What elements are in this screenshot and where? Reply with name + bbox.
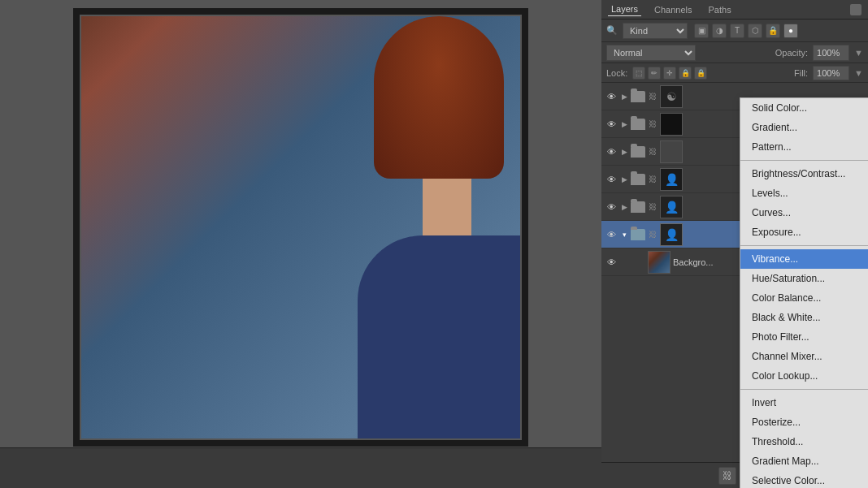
menu-item-posterize[interactable]: Posterize... <box>740 412 868 432</box>
menu-item-invert[interactable]: Invert <box>740 393 868 412</box>
menu-item-curves[interactable]: Curves... <box>740 203 868 222</box>
panel-menu-icon[interactable] <box>850 4 861 15</box>
layer-thumb-bg <box>648 251 671 274</box>
lock-row: Lock: ⬚ ✏ ✛ 🔒 🔒 Fill: ▼ <box>601 63 868 83</box>
eye-icon[interactable]: 👁 <box>605 90 618 103</box>
lock-transparent-btn[interactable]: ⬚ <box>632 67 645 80</box>
chain-icon: ⛓ <box>648 201 658 214</box>
eye-icon[interactable]: 👁 <box>605 173 618 186</box>
filter-adjust-btn[interactable]: ◑ <box>712 24 727 38</box>
menu-item-gradient[interactable]: Gradient... <box>740 118 868 137</box>
expand-icon[interactable]: ▶ <box>620 203 628 211</box>
filter-icons: ▣ ◑ T ⬡ 🔒 ● <box>694 24 798 38</box>
hair-shape <box>374 16 504 179</box>
link-layers-btn[interactable]: ⛓ <box>718 467 736 485</box>
panel-tabs: Layers Channels Paths <box>601 0 868 19</box>
tab-layers[interactable]: Layers <box>608 2 641 16</box>
expand-icon[interactable]: ▶ <box>620 93 628 101</box>
tab-paths[interactable]: Paths <box>705 3 735 16</box>
opacity-dropdown-icon[interactable]: ▼ <box>854 48 863 58</box>
lock-all-btn[interactable]: 🔒 <box>694 67 707 80</box>
eye-icon[interactable]: 👁 <box>605 256 618 269</box>
layer-thumb: 👤 <box>660 196 683 218</box>
expand-icon[interactable]: ▶ <box>620 148 628 156</box>
expand-icon[interactable]: ▶ <box>620 120 628 128</box>
canvas-area <box>0 0 601 488</box>
layer-thumb: 👤 <box>660 223 683 246</box>
layer-thumb: 👤 <box>660 168 683 191</box>
layer-thumb <box>660 140 683 163</box>
chain-icon: ⛓ <box>648 145 658 158</box>
blend-row: Normal Opacity: ▼ <box>601 42 868 63</box>
filter-type-btn[interactable]: T <box>730 24 744 38</box>
menu-item-pattern[interactable]: Pattern... <box>740 137 868 157</box>
menu-item-channel-mixer[interactable]: Channel Mixer... <box>740 347 868 366</box>
folder-icon <box>631 174 645 185</box>
tab-channels[interactable]: Channels <box>651 3 695 16</box>
folder-icon <box>631 201 645 213</box>
kind-select[interactable]: Kind <box>623 23 688 39</box>
menu-item-brightness[interactable]: Brightness/Contrast... <box>740 164 868 184</box>
lock-icons: ⬚ ✏ ✛ 🔒 🔒 <box>632 67 707 80</box>
lock-label: Lock: <box>606 68 627 78</box>
context-menu: Solid Color... Gradient... Pattern... Br… <box>740 97 868 488</box>
fill-dropdown-icon[interactable]: ▼ <box>854 68 863 78</box>
menu-item-photo-filter[interactable]: Photo Filter... <box>740 327 868 347</box>
filter-toggle-btn[interactable]: ● <box>783 24 798 38</box>
shoulder-shape <box>358 235 520 438</box>
fill-label: Fill: <box>794 68 808 78</box>
menu-item-solid-color[interactable]: Solid Color... <box>740 98 868 118</box>
menu-item-gradient-map[interactable]: Gradient Map... <box>740 451 868 471</box>
folder-icon <box>631 91 645 102</box>
menu-item-hue-saturation[interactable]: Hue/Saturation... <box>740 269 868 288</box>
folder-icon <box>631 146 645 158</box>
folder-icon <box>631 229 645 240</box>
menu-item-levels[interactable]: Levels... <box>740 184 868 203</box>
menu-item-color-lookup[interactable]: Color Lookup... <box>740 366 868 386</box>
menu-divider-3 <box>740 389 868 390</box>
layers-panel: Layers Channels Paths 🔍 Kind ▣ ◑ T ⬡ 🔒 ●… <box>601 0 868 488</box>
menu-item-threshold[interactable]: Threshold... <box>740 432 868 451</box>
lock-position-btn[interactable]: ✛ <box>663 67 676 80</box>
chain-icon: ⛓ <box>648 228 658 241</box>
neck-shape <box>423 179 471 244</box>
lock-artboard-btn[interactable]: 🔒 <box>679 67 692 80</box>
menu-divider-1 <box>740 160 868 161</box>
canvas-image <box>81 16 520 438</box>
menu-item-selective-color[interactable]: Selective Color... <box>740 471 868 488</box>
chain-icon: ⛓ <box>648 173 658 186</box>
lock-paint-btn[interactable]: ✏ <box>648 67 661 80</box>
menu-item-color-balance[interactable]: Color Balance... <box>740 288 868 308</box>
layer-thumb: ☯ <box>660 85 683 108</box>
menu-item-black-white[interactable]: Black & White... <box>740 308 868 327</box>
filter-pixel-btn[interactable]: ▣ <box>694 24 709 38</box>
panel-tab-icons <box>850 4 861 15</box>
opacity-label: Opacity: <box>775 48 808 58</box>
filter-shape-btn[interactable]: ⬡ <box>748 24 762 38</box>
eye-icon[interactable]: 👁 <box>605 201 618 214</box>
eye-icon[interactable]: 👁 <box>605 118 618 131</box>
layer-thumb <box>660 113 683 136</box>
filter-smart-btn[interactable]: 🔒 <box>766 24 780 38</box>
blend-mode-select[interactable]: Normal <box>606 45 696 61</box>
filter-label: 🔍 <box>606 25 618 36</box>
canvas-bottom-bar <box>0 447 601 488</box>
expand-icon[interactable]: ▾ <box>620 231 628 239</box>
menu-item-exposure[interactable]: Exposure... <box>740 222 868 242</box>
filter-row: 🔍 Kind ▣ ◑ T ⬡ 🔒 ● <box>601 19 868 42</box>
menu-item-vibrance[interactable]: Vibrance... <box>740 249 868 269</box>
opacity-input[interactable] <box>813 45 849 61</box>
chain-icon: ⛓ <box>648 90 658 103</box>
menu-divider-2 <box>740 245 868 246</box>
fill-input[interactable] <box>813 66 849 80</box>
expand-icon[interactable]: ▶ <box>620 175 628 184</box>
chain-icon: ⛓ <box>648 118 658 131</box>
eye-icon[interactable]: 👁 <box>605 145 618 158</box>
folder-icon <box>631 119 645 130</box>
eye-icon[interactable]: 👁 <box>605 228 618 241</box>
